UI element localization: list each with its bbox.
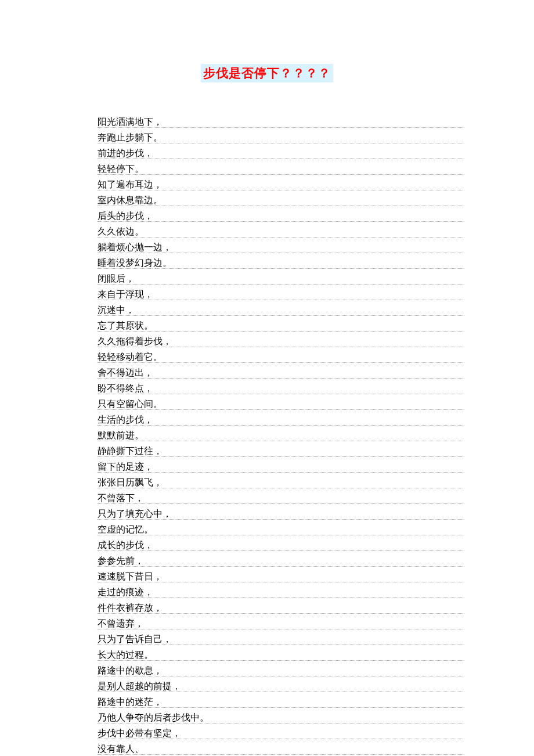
- poem-line: 长大的过程。: [98, 647, 464, 663]
- poem-line-text: 只为了告诉自己，: [98, 635, 173, 644]
- document-title: 步伐是否停下？？？？: [201, 64, 333, 82]
- poem-line-text: 乃他人争夺的后者步伐中。: [98, 713, 210, 722]
- poem-line: 室内休息靠边。: [98, 192, 464, 208]
- poem-line-text: 室内休息靠边。: [98, 196, 164, 205]
- poem-line: 奔跑止步躺下。: [98, 129, 464, 145]
- poem-line: 路途中的歇息，: [98, 663, 464, 678]
- poem-line-text: 路途中的歇息，: [98, 666, 164, 675]
- poem-line: 不曾遗弃，: [98, 615, 464, 631]
- poem-line: 件件衣裤存放，: [98, 600, 464, 615]
- poem-line: 是别人超越的前提，: [98, 678, 464, 694]
- poem-line-text: 速速脱下昔日，: [98, 572, 164, 581]
- poem-line: 乃他人争夺的后者步伐中。: [98, 710, 464, 725]
- poem-line: 走过的痕迹，: [98, 584, 464, 600]
- title-container: 步伐是否停下？？？？: [0, 64, 534, 82]
- poem-line-text: 长大的过程。: [98, 650, 154, 660]
- poem-line-text: 是别人超越的前提，: [98, 682, 182, 691]
- poem-line-text: 轻轻移动着它。: [98, 352, 164, 362]
- poem-line-text: 闭眼后，: [98, 274, 136, 283]
- poem-line: 参参先前，: [98, 553, 464, 568]
- poem-line: 默默前进。: [98, 427, 464, 443]
- poem-line: 后头的步伐，: [98, 208, 464, 224]
- document-page: 步伐是否停下？？？？ 阳光洒满地下，奔跑止步躺下。前进的步伐，轻轻停下。知了遍布…: [0, 0, 534, 756]
- poem-line-text: 后头的步伐，: [98, 211, 154, 221]
- poem-line-text: 空虚的记忆。: [98, 525, 154, 534]
- poem-line: 成长的步伐，: [98, 537, 464, 553]
- poem-line-text: 件件衣裤存放，: [98, 603, 164, 613]
- poem-line: 生活的步伐，: [98, 412, 464, 427]
- poem-line: 睡着没梦幻身边。: [98, 255, 464, 271]
- poem-line: 静静撕下过往，: [98, 443, 464, 459]
- poem-line-text: 盼不得终点，: [98, 384, 154, 393]
- poem-body: 阳光洒满地下，奔跑止步躺下。前进的步伐，轻轻停下。知了遍布耳边，室内休息靠边。后…: [98, 114, 464, 756]
- poem-line: 躺着烦心抛一边，: [98, 239, 464, 255]
- poem-line-text: 静静撕下过往，: [98, 447, 164, 456]
- poem-line: 盼不得终点，: [98, 380, 464, 396]
- poem-line-text: 来自于浮现，: [98, 290, 154, 299]
- poem-line: 知了遍布耳边，: [98, 177, 464, 192]
- poem-line-text: 默默前进。: [98, 431, 145, 440]
- poem-line: 阳光洒满地下，: [98, 114, 464, 129]
- poem-line-text: 只为了填充心中，: [98, 509, 173, 519]
- poem-line-text: 步伐中必带有坚定，: [98, 729, 182, 738]
- poem-line-text: 久久依边。: [98, 227, 145, 236]
- poem-line-text: 沉迷中，: [98, 305, 136, 315]
- poem-line: 只为了填充心中，: [98, 506, 464, 521]
- poem-line-text: 睡着没梦幻身边。: [98, 258, 173, 268]
- poem-line: 舍不得迈出，: [98, 365, 464, 380]
- poem-line-text: 久久拖得着步伐，: [98, 337, 173, 346]
- poem-line-text: 躺着烦心抛一边，: [98, 243, 173, 252]
- poem-line: 张张日历飘飞，: [98, 474, 464, 490]
- poem-line: 忘了其原状。: [98, 318, 464, 333]
- poem-line: 久久依边。: [98, 224, 464, 239]
- poem-line-text: 参参先前，: [98, 556, 145, 566]
- poem-line: 闭眼后，: [98, 271, 464, 286]
- poem-line-text: 生活的步伐，: [98, 415, 154, 424]
- poem-line: 前进的步伐，: [98, 145, 464, 161]
- poem-line-text: 阳光洒满地下，: [98, 117, 164, 127]
- poem-line: 来自于浮现，: [98, 286, 464, 302]
- poem-line-text: 奔跑止步躺下。: [98, 133, 164, 142]
- poem-line: 没有靠人、: [98, 741, 464, 756]
- poem-line-text: 走过的痕迹，: [98, 588, 154, 597]
- poem-line: 轻轻移动着它。: [98, 349, 464, 365]
- poem-line-text: 不曾遗弃，: [98, 619, 145, 628]
- poem-line-text: 知了遍布耳边，: [98, 180, 164, 189]
- poem-line: 只为了告诉自己，: [98, 631, 464, 647]
- poem-line-text: 不曾落下，: [98, 494, 145, 503]
- poem-line-text: 前进的步伐，: [98, 149, 154, 158]
- poem-line-text: 成长的步伐，: [98, 541, 154, 550]
- poem-line: 路途中的迷茫，: [98, 694, 464, 710]
- poem-line: 速速脱下昔日，: [98, 568, 464, 584]
- poem-line: 空虚的记忆。: [98, 521, 464, 537]
- poem-line: 久久拖得着步伐，: [98, 333, 464, 349]
- poem-line: 步伐中必带有坚定，: [98, 725, 464, 741]
- poem-line: 轻轻停下。: [98, 161, 464, 177]
- poem-line-text: 忘了其原状。: [98, 321, 154, 330]
- poem-line: 不曾落下，: [98, 490, 464, 506]
- poem-line-text: 路途中的迷茫，: [98, 697, 164, 707]
- poem-line-text: 张张日历飘飞，: [98, 478, 164, 487]
- poem-line-text: 舍不得迈出，: [98, 368, 154, 377]
- poem-line-text: 没有靠人、: [98, 744, 145, 754]
- poem-line: 沉迷中，: [98, 302, 464, 318]
- poem-line-text: 只有空留心间。: [98, 399, 164, 409]
- poem-line: 留下的足迹，: [98, 459, 464, 474]
- poem-line: 只有空留心间。: [98, 396, 464, 412]
- poem-line-text: 轻轻停下。: [98, 164, 145, 174]
- poem-line-text: 留下的足迹，: [98, 462, 154, 471]
